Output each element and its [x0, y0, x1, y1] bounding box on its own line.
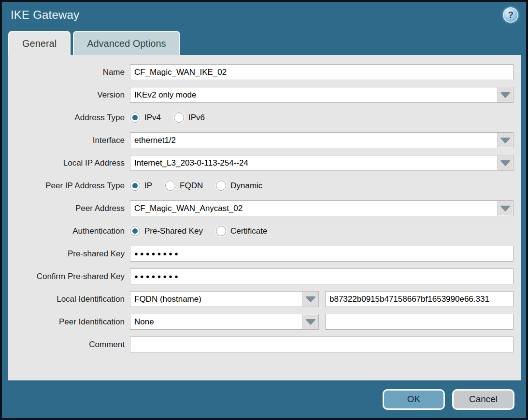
radio-certificate-label: Certificate [230, 226, 268, 236]
row-preshared-key: Pre-shared Key [8, 246, 514, 262]
row-address-type: Address Type IPv4 IPv6 [8, 110, 514, 126]
interface-dropdown-button[interactable] [497, 133, 513, 148]
row-peer-identification: Peer Identification None [8, 314, 514, 330]
name-label: Name [8, 68, 130, 77]
row-peer-address: Peer Address CF_Magic_WAN_Anycast_02 [8, 200, 514, 216]
peer-address-dropdown-button[interactable] [497, 201, 513, 216]
peer-identification-type-value: None [130, 314, 302, 329]
local-identification-type-value: FQDN (hostname) [130, 292, 302, 307]
interface-value: ethernet1/2 [130, 133, 497, 148]
comment-label: Comment [8, 340, 130, 350]
authentication-label: Authentication [8, 226, 130, 236]
local-identification-label: Local Identification [8, 294, 130, 304]
chevron-down-icon [306, 319, 315, 324]
comment-input[interactable] [130, 336, 514, 352]
tab-strip: General Advanced Options [2, 28, 526, 55]
radio-ipv6-label: IPv6 [188, 113, 205, 123]
confirm-preshared-key-input[interactable] [130, 268, 514, 284]
peer-identification-type-dropdown[interactable]: None [130, 314, 319, 330]
local-ip-value: Internet_L3_203-0-113-254--24 [130, 155, 497, 170]
help-icon[interactable]: ? [503, 7, 518, 23]
row-peer-ip-type: Peer IP Address Type IP FQDN Dynamic [8, 178, 514, 194]
tab-advanced-options[interactable]: Advanced Options [73, 31, 180, 55]
local-identification-input[interactable] [325, 291, 514, 307]
chevron-down-icon [500, 160, 510, 166]
version-value: IKEv2 only mode [130, 87, 497, 102]
address-type-label: Address Type [8, 113, 130, 123]
chevron-down-icon [500, 206, 510, 211]
local-identification-dropdown-button[interactable] [302, 292, 318, 307]
radio-peer-dynamic-label: Dynamic [230, 181, 262, 191]
local-ip-dropdown[interactable]: Internet_L3_203-0-113-254--24 [130, 155, 514, 171]
dialog-title: IKE Gateway [11, 8, 79, 22]
general-tab-panel: Name Version IKEv2 only mode Address Typ… [8, 55, 521, 380]
confirm-preshared-key-label: Confirm Pre-shared Key [8, 272, 130, 281]
row-authentication: Authentication Pre-Shared Key Certificat… [8, 223, 514, 239]
cancel-button[interactable]: Cancel [452, 389, 514, 410]
local-ip-label: Local IP Address [8, 158, 130, 168]
radio-peer-ip-label: IP [144, 181, 152, 191]
preshared-key-input[interactable] [130, 246, 514, 262]
peer-address-dropdown[interactable]: CF_Magic_WAN_Anycast_02 [130, 200, 514, 216]
chevron-down-icon [500, 138, 510, 143]
row-confirm-preshared-key: Confirm Pre-shared Key [8, 268, 514, 284]
radio-ipv6[interactable] [174, 112, 184, 123]
radio-peer-fqdn[interactable] [165, 181, 175, 191]
peer-address-label: Peer Address [8, 204, 130, 213]
version-label: Version [8, 90, 130, 100]
radio-certificate[interactable] [216, 226, 226, 236]
row-interface: Interface ethernet1/2 [8, 132, 514, 148]
peer-identification-label: Peer Identification [8, 317, 130, 327]
dialog-footer: OK Cancel [2, 380, 526, 418]
radio-peer-fqdn-label: FQDN [180, 181, 203, 191]
chevron-down-icon [306, 296, 315, 302]
row-name: Name [8, 64, 514, 80]
row-version: Version IKEv2 only mode [8, 87, 514, 103]
row-local-identification: Local Identification FQDN (hostname) [8, 291, 514, 307]
chevron-down-icon [500, 92, 510, 98]
peer-address-value: CF_Magic_WAN_Anycast_02 [130, 201, 497, 216]
interface-label: Interface [8, 136, 130, 145]
local-ip-dropdown-button[interactable] [497, 155, 513, 170]
peer-identification-dropdown-button[interactable] [302, 314, 318, 329]
tab-general[interactable]: General [8, 31, 71, 55]
version-dropdown-button[interactable] [497, 87, 513, 102]
radio-peer-dynamic[interactable] [216, 181, 226, 191]
ike-gateway-dialog: IKE Gateway ? General Advanced Options N… [0, 0, 528, 420]
radio-ipv4[interactable] [130, 112, 140, 123]
ok-button[interactable]: OK [383, 389, 445, 410]
peer-identification-input[interactable] [325, 314, 514, 330]
version-dropdown[interactable]: IKEv2 only mode [130, 87, 514, 103]
radio-peer-ip[interactable] [130, 181, 140, 191]
radio-ipv4-label: IPv4 [144, 113, 161, 123]
row-local-ip: Local IP Address Internet_L3_203-0-113-2… [8, 155, 514, 171]
radio-preshared-key[interactable] [130, 226, 140, 236]
name-input[interactable] [130, 64, 514, 80]
interface-dropdown[interactable]: ethernet1/2 [130, 132, 514, 148]
dialog-titlebar: IKE Gateway ? [2, 2, 526, 28]
radio-preshared-key-label: Pre-Shared Key [144, 226, 203, 236]
row-comment: Comment [8, 336, 514, 352]
local-identification-type-dropdown[interactable]: FQDN (hostname) [130, 291, 319, 307]
preshared-key-label: Pre-shared Key [8, 249, 130, 259]
peer-ip-type-label: Peer IP Address Type [8, 181, 130, 191]
